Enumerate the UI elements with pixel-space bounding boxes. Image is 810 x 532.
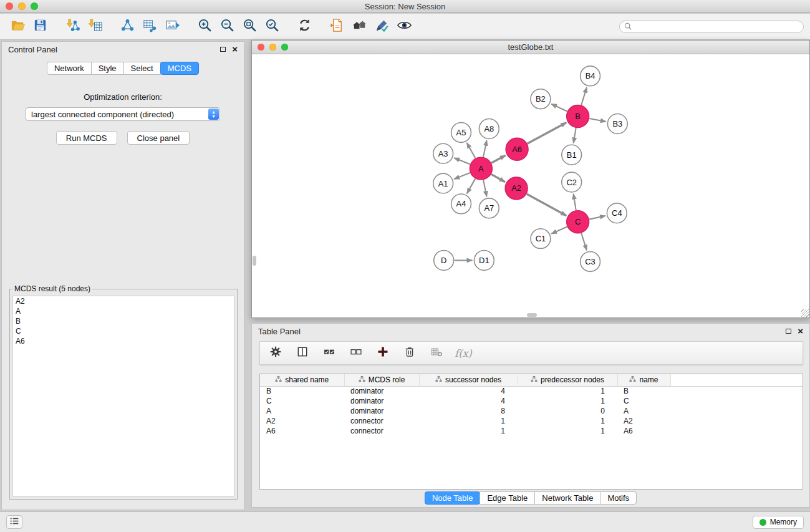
graph-edge-A-A1[interactable] <box>454 173 470 179</box>
table-row-a[interactable]: Adominator80A <box>260 406 803 416</box>
zoom-in-button[interactable] <box>193 16 216 37</box>
graph-edge-C-C4[interactable] <box>589 216 605 220</box>
float-panel-icon[interactable] <box>220 47 226 52</box>
graph-node-B2[interactable]: B2 <box>531 89 551 109</box>
tab-network-table[interactable]: Network Table <box>534 491 600 505</box>
graph-node-C[interactable]: C <box>567 211 589 233</box>
new-network-button[interactable] <box>116 16 138 37</box>
graph-edge-C-C3[interactable] <box>581 233 587 251</box>
graph-node-A4[interactable]: A4 <box>451 194 471 214</box>
resize-grip[interactable] <box>801 309 809 317</box>
zoom-selected-button[interactable] <box>261 16 283 37</box>
tab-edge-table[interactable]: Edge Table <box>480 491 535 505</box>
network-minimize-button[interactable] <box>269 44 276 51</box>
graph-node-C4[interactable]: C4 <box>607 203 627 223</box>
network-canvas[interactable]: A5A8A3A1A4A7AA6A2B2B4BB3B1C2CC4C1C3DD1 <box>252 55 809 317</box>
graph-node-B1[interactable]: B1 <box>562 145 582 165</box>
delete-column-button[interactable] <box>402 345 418 361</box>
network-zoom-button[interactable] <box>281 44 288 51</box>
table-row-c[interactable]: Cdominator41C <box>260 396 803 406</box>
graph-node-A5[interactable]: A5 <box>451 122 471 142</box>
graph-edge-A-A4[interactable] <box>467 179 475 194</box>
save-session-button[interactable] <box>29 16 51 37</box>
import-table-button[interactable] <box>84 16 106 37</box>
graph-edge-B-B3[interactable] <box>589 118 606 122</box>
table-close-panel-icon[interactable]: × <box>798 328 803 334</box>
result-item-a2[interactable]: A2 <box>13 296 234 306</box>
search-input[interactable] <box>635 22 799 32</box>
tab-style[interactable]: Style <box>91 62 124 75</box>
show-hide-button[interactable] <box>393 16 415 37</box>
graph-node-A2[interactable]: A2 <box>505 177 528 200</box>
run-mcds-button[interactable]: Run MCDS <box>56 131 117 145</box>
close-window-button[interactable] <box>6 2 13 10</box>
delete-table-button[interactable] <box>428 345 445 361</box>
graph-node-A3[interactable]: A3 <box>433 143 453 163</box>
result-item-a[interactable]: A <box>13 306 234 316</box>
column-header-shared-name[interactable]: shared name <box>260 374 344 386</box>
graph-node-D1[interactable]: D1 <box>474 251 494 271</box>
copy-document-button[interactable] <box>325 16 348 37</box>
graph-node-B[interactable]: B <box>567 105 589 128</box>
task-history-button[interactable] <box>6 515 22 529</box>
graph-node-B4[interactable]: B4 <box>581 66 600 86</box>
column-header-successor-nodes[interactable]: successor nodes <box>419 374 518 386</box>
column-header-MCDS-role[interactable]: MCDS role <box>344 374 419 386</box>
horizontal-scrollbar-thumb[interactable] <box>527 313 537 317</box>
open-session-button[interactable] <box>6 16 29 37</box>
tab-select[interactable]: Select <box>123 62 161 75</box>
memory-button[interactable]: Memory <box>753 516 804 529</box>
close-panel-button[interactable]: Close panel <box>127 131 190 145</box>
graph-node-C3[interactable]: C3 <box>581 252 600 272</box>
table-row-a2[interactable]: A2connector11A2 <box>260 416 803 426</box>
mcds-result-list[interactable]: A2ABCA6 <box>12 296 234 496</box>
column-header-name[interactable]: name <box>617 374 670 386</box>
tab-motifs[interactable]: Motifs <box>600 491 637 505</box>
result-item-a6[interactable]: A6 <box>13 336 234 346</box>
result-item-b[interactable]: B <box>13 316 234 326</box>
graph-edge-A-A8[interactable] <box>483 140 486 157</box>
graph-edge-A-A6[interactable] <box>491 155 506 163</box>
graph-node-A1[interactable]: A1 <box>433 173 453 193</box>
table-row-a6[interactable]: A6connector11A6 <box>260 426 803 436</box>
column-header-predecessor-nodes[interactable]: predecessor nodes <box>518 374 617 386</box>
graph-edge-A-A5[interactable] <box>467 143 476 158</box>
graph-edge-C-C1[interactable] <box>551 226 567 233</box>
table-float-panel-icon[interactable] <box>786 329 791 334</box>
zoom-out-button[interactable] <box>216 16 238 37</box>
graph-node-B3[interactable]: B3 <box>607 114 627 134</box>
graph-edge-B-B1[interactable] <box>574 128 576 143</box>
zoom-window-button[interactable] <box>31 2 38 10</box>
new-table-button[interactable] <box>138 16 161 37</box>
tab-mcds[interactable]: MCDS <box>160 62 199 75</box>
graph-node-C2[interactable]: C2 <box>562 172 582 192</box>
close-panel-icon[interactable]: × <box>232 46 238 52</box>
graph-edge-A-A7[interactable] <box>483 180 486 197</box>
select-all-button[interactable] <box>321 345 337 361</box>
graph-node-D[interactable]: D <box>434 251 454 271</box>
criterion-dropdown[interactable]: largest connected component (directed) ▲… <box>26 107 220 121</box>
add-column-button[interactable] <box>375 345 391 361</box>
graph-edge-B-B2[interactable] <box>551 104 567 112</box>
minimize-window-button[interactable] <box>18 2 26 10</box>
show-columns-button[interactable] <box>294 345 311 361</box>
graph-node-A6[interactable]: A6 <box>506 138 528 160</box>
zoom-fit-button[interactable] <box>238 16 261 37</box>
annotation-check-button[interactable] <box>370 16 393 37</box>
graph-edge-A6-B[interactable] <box>528 122 567 143</box>
node-table[interactable]: shared nameMCDS rolesuccessor nodesprede… <box>260 374 803 436</box>
apply-layout-button[interactable] <box>293 16 316 37</box>
graph-edge-A2-C[interactable] <box>527 194 567 216</box>
table-settings-button[interactable] <box>268 345 284 361</box>
unselect-all-button[interactable] <box>348 345 364 361</box>
function-builder-button[interactable]: f(x) <box>455 345 471 361</box>
graph-edge-C-C2[interactable] <box>574 194 576 210</box>
graph-edge-A-A2[interactable] <box>491 174 505 181</box>
vertical-scrollbar-thumb[interactable] <box>253 256 256 266</box>
result-item-c[interactable]: C <box>13 326 234 336</box>
export-image-button[interactable] <box>161 16 183 37</box>
graph-edge-B-B4[interactable] <box>581 87 587 105</box>
graph-node-C1[interactable]: C1 <box>531 229 551 249</box>
graph-node-A8[interactable]: A8 <box>479 119 499 139</box>
tab-network[interactable]: Network <box>47 62 92 75</box>
